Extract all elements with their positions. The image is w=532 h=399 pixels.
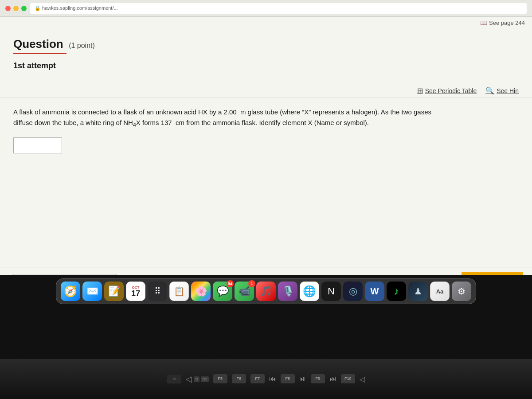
close-button[interactable] (5, 6, 11, 11)
hint-icon: 🔍 (485, 86, 494, 95)
dock-nord[interactable]: N (321, 282, 341, 301)
dock-messages[interactable]: 💬 94 (213, 282, 232, 301)
key-fn[interactable]: fn (167, 375, 181, 384)
question-points: (1 point) (69, 42, 95, 49)
book-icon: 📖 (480, 20, 487, 26)
safari-icon: 🧭 (64, 285, 77, 297)
top-bar: 📖 See page 244 (0, 17, 532, 29)
nord-icon: N (328, 286, 335, 297)
key-f8[interactable]: F8 (281, 374, 295, 384)
keyboard-area: fn ◁ □□□ F5 F6 F7 ⏮ F8 ⏯ F9 ⏭ F10 ◁ (0, 359, 532, 399)
periodic-table-label: See Periodic Table (425, 87, 477, 94)
bezel-area: 🧭 ✉️ 📝 OCT 17 ⠿ 📋 🌸 💬 94 📹 1 (0, 275, 532, 399)
photos-icon: 🌸 (195, 286, 207, 297)
window-controls (5, 6, 27, 11)
messages-badge: 94 (227, 280, 234, 287)
question-text: A flask of ammonia is connected to a fla… (13, 107, 448, 129)
dict-icon: Aa (436, 288, 444, 295)
see-page-link[interactable]: 📖 See page 244 (480, 20, 525, 26)
attempt-label: 1st attempt (13, 61, 519, 70)
media-playpause-icon: ⏯ (299, 375, 306, 383)
dock-launchpad[interactable]: ⠿ (148, 282, 167, 301)
media-extra-icon: ◁ (360, 375, 365, 383)
question-title: Question (13, 37, 63, 51)
dock-dictionary[interactable]: Aa (430, 282, 450, 301)
question-title-row: Question (1 point) (13, 37, 519, 51)
north-icon: ◎ (349, 286, 357, 297)
podcasts-icon: 🎙️ (282, 286, 294, 297)
hint-link[interactable]: 🔍 See Hin (485, 86, 519, 95)
tools-row: ⊞ See Periodic Table 🔍 See Hin (0, 84, 532, 98)
dock-north[interactable]: ◎ (343, 282, 363, 301)
key-f10[interactable]: F10 (341, 374, 355, 384)
red-underline (13, 53, 66, 54)
dock-facetime[interactable]: 📹 1 (235, 282, 254, 301)
mac-dock: 🧭 ✉️ 📝 OCT 17 ⠿ 📋 🌸 💬 94 📹 1 (56, 278, 476, 304)
dock-music[interactable]: 🎵 (256, 282, 276, 301)
key-ctrl-icons: ◁ □□□ (186, 374, 209, 384)
key-f5[interactable]: F5 (213, 374, 227, 384)
facetime-icon: 📹 (239, 286, 250, 297)
hint-label: See Hin (497, 87, 519, 94)
dock-safari[interactable]: 🧭 (61, 282, 80, 301)
url-bar[interactable]: 🔒 hawkes.sapling.com/assignment/... (30, 3, 527, 14)
key-f9[interactable]: F9 (311, 374, 325, 384)
dock-podcasts[interactable]: 🎙️ (278, 282, 297, 301)
dock-prefs[interactable]: ⚙ (452, 282, 471, 301)
question-header: Question (1 point) 1st attempt (0, 29, 532, 84)
launchpad-icon: ⠿ (154, 286, 161, 297)
key-f6[interactable]: F6 (232, 374, 246, 384)
see-page-label: See page 244 (489, 20, 525, 26)
question-body: A flask of ammonia is connected to a fla… (0, 98, 532, 162)
calendar-day: 17 (131, 289, 140, 297)
media-back-icon: ⏮ (269, 375, 276, 383)
dock-spotify[interactable]: ♪ (387, 282, 406, 301)
dock-reminders[interactable]: 📋 (169, 282, 189, 301)
reminders-icon: 📋 (174, 286, 185, 297)
dock-notes[interactable]: 📝 (104, 282, 124, 301)
minimize-button[interactable] (13, 6, 19, 11)
messages-icon: 💬 (217, 286, 229, 297)
dock-chrome[interactable]: 🌐 (300, 282, 319, 301)
dock-calendar[interactable]: OCT 17 (126, 282, 145, 301)
facetime-badge: 1 (248, 280, 255, 287)
word-icon: W (371, 286, 379, 297)
browser-chrome: 🔒 hawkes.sapling.com/assignment/... (0, 0, 532, 17)
prefs-icon: ⚙ (458, 286, 466, 297)
periodic-table-icon: ⊞ (417, 86, 423, 95)
answer-input[interactable] (13, 137, 62, 153)
dock-photos[interactable]: 🌸 (191, 282, 211, 301)
media-forward-icon: ⏭ (329, 375, 336, 383)
dock-steam[interactable]: ♟ (408, 282, 428, 301)
main-content-area: 📖 See page 244 Question (1 point) 1st at… (0, 17, 532, 292)
chrome-icon: 🌐 (303, 285, 316, 297)
steam-icon: ♟ (414, 286, 422, 297)
maximize-button[interactable] (21, 6, 27, 11)
mail-icon: ✉️ (86, 286, 98, 297)
notes-icon: 📝 (108, 286, 120, 297)
dock-word[interactable]: W (365, 282, 384, 301)
dock-mail[interactable]: ✉️ (82, 282, 102, 301)
periodic-table-link[interactable]: ⊞ See Periodic Table (417, 86, 477, 95)
key-f7[interactable]: F7 (250, 374, 265, 384)
spotify-icon: ♪ (394, 285, 399, 297)
music-icon: 🎵 (260, 286, 272, 297)
